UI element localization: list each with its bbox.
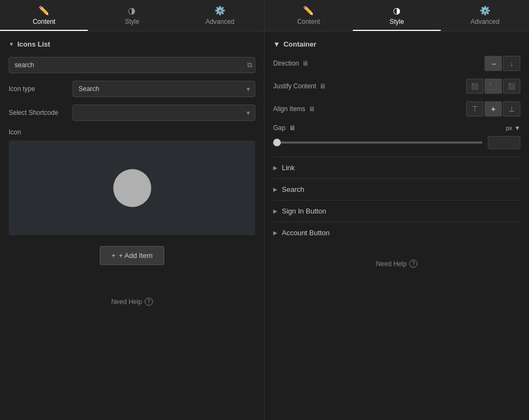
link-section: ▶ Link xyxy=(273,157,520,178)
gap-slider[interactable] xyxy=(273,141,482,144)
icon-type-select[interactable]: Search Arrow Star Heart xyxy=(73,81,255,97)
gap-value-input[interactable] xyxy=(488,136,520,149)
tab-advanced-left[interactable]: ⚙️ Advanced xyxy=(176,0,264,31)
link-label: Link xyxy=(282,164,295,172)
search-input-container: ⧉ xyxy=(9,57,255,73)
help-icon-right[interactable]: ? xyxy=(409,260,417,268)
account-button-section: ▶ Account Button xyxy=(273,222,520,243)
tab-style-left[interactable]: ◑ Style xyxy=(88,0,176,31)
need-help-right: Need Help ? xyxy=(273,260,520,268)
gap-row: Gap 🖥 px ▼ xyxy=(273,124,520,149)
icons-list-section: ▼ Icons List xyxy=(9,40,255,48)
justify-content-label: Justify Content xyxy=(273,82,316,90)
container-arrow: ▼ xyxy=(273,40,280,48)
direction-row: Direction 🖥 → ↓ xyxy=(273,56,520,71)
need-help-left: Need Help ? xyxy=(9,298,255,306)
justify-center-btn[interactable]: ⬛ xyxy=(485,79,502,94)
container-title: Container xyxy=(283,40,317,48)
sign-in-button-label: Sign In Button xyxy=(282,207,326,215)
advanced-icon-left: ⚙️ xyxy=(215,5,225,16)
add-item-label: + Add Item xyxy=(119,251,153,260)
gap-unit-arrow: ▼ xyxy=(514,125,520,131)
search-label: Search xyxy=(282,185,304,193)
icon-circle xyxy=(113,169,151,207)
sign-in-arrow-icon: ▶ xyxy=(273,208,278,214)
account-button-header[interactable]: ▶ Account Button xyxy=(273,229,520,237)
justify-monitor-icon: 🖥 xyxy=(319,82,326,90)
content-icon-left: ✏️ xyxy=(38,5,49,16)
direction-monitor-icon: 🖥 xyxy=(302,60,308,67)
right-panel: ✏️ Content ◑ Style ⚙️ Advanced ▼ Contain… xyxy=(264,0,529,420)
justify-content-row: Justify Content 🖥 ⬛ ⬛ ⬛ xyxy=(273,79,520,94)
advanced-icon-right: ⚙️ xyxy=(480,5,491,16)
tab-content-label-right: Content xyxy=(297,18,320,25)
icons-list-title: Icons List xyxy=(17,40,50,48)
add-item-button[interactable]: + + Add Item xyxy=(100,246,164,265)
tab-content-label-left: Content xyxy=(33,18,55,25)
gap-label-wrapper: Gap 🖥 xyxy=(273,124,295,132)
gap-monitor-icon: 🖥 xyxy=(289,124,295,132)
sign-in-button-section: ▶ Sign In Button xyxy=(273,200,520,222)
content-icon-right: ✏️ xyxy=(303,5,314,16)
style-icon-left: ◑ xyxy=(128,5,136,16)
container-section: ▼ Container Direction 🖥 → ↓ Justify Cont… xyxy=(273,40,520,149)
direction-row-btn[interactable]: → xyxy=(485,56,502,71)
copy-button[interactable]: ⧉ xyxy=(247,61,252,69)
search-header[interactable]: ▶ Search xyxy=(273,185,520,193)
align-btn-group: ⊤ + ⊥ xyxy=(466,101,520,117)
direction-label: Direction xyxy=(273,60,299,67)
container-section-header[interactable]: ▼ Container xyxy=(273,40,520,48)
justify-end-btn[interactable]: ⬛ xyxy=(503,79,520,94)
search-input[interactable] xyxy=(9,57,255,73)
direction-col-btn[interactable]: ↓ xyxy=(503,56,520,71)
align-start-btn[interactable]: ⊤ xyxy=(466,101,483,117)
icon-type-label: Icon type xyxy=(9,85,68,93)
icon-type-row: Icon type Search Arrow Star Heart ▼ xyxy=(9,81,255,97)
icon-label: Icon xyxy=(9,128,255,136)
justify-btn-group: ⬛ ⬛ ⬛ xyxy=(466,79,520,94)
tab-style-right[interactable]: ◑ Style xyxy=(353,0,441,31)
select-shortcode-select[interactable] xyxy=(73,105,255,121)
align-items-label-wrapper: Align Items 🖥 xyxy=(273,105,360,113)
search-arrow-icon: ▶ xyxy=(273,186,278,192)
gap-unit: px ▼ xyxy=(506,125,520,131)
align-end-btn[interactable]: ⊥ xyxy=(503,101,520,117)
tab-content-left[interactable]: ✏️ Content xyxy=(0,0,88,31)
gap-unit-label: px xyxy=(506,125,512,131)
direction-label-wrapper: Direction 🖥 xyxy=(273,60,360,67)
icon-preview xyxy=(9,140,255,235)
sign-in-button-header[interactable]: ▶ Sign In Button xyxy=(273,207,520,215)
style-icon-right: ◑ xyxy=(393,5,401,16)
icon-type-select-wrapper: Search Arrow Star Heart ▼ xyxy=(73,81,255,97)
help-icon-left[interactable]: ? xyxy=(145,298,153,306)
right-tabs: ✏️ Content ◑ Style ⚙️ Advanced xyxy=(264,0,529,31)
icons-list-arrow: ▼ xyxy=(9,41,14,47)
direction-btn-group: → ↓ xyxy=(485,56,520,71)
need-help-label-left: Need Help xyxy=(111,298,142,306)
link-arrow-icon: ▶ xyxy=(273,165,278,171)
tab-advanced-label-right: Advanced xyxy=(470,18,499,25)
justify-content-label-wrapper: Justify Content 🖥 xyxy=(273,82,360,90)
align-center-btn[interactable]: + xyxy=(485,101,502,117)
align-monitor-icon: 🖥 xyxy=(308,105,315,113)
add-item-plus: + xyxy=(111,251,115,260)
search-section: ▶ Search xyxy=(273,178,520,200)
left-tabs: ✏️ Content ◑ Style ⚙️ Advanced xyxy=(0,0,264,31)
account-button-label: Account Button xyxy=(282,229,330,237)
gap-row-header: Gap 🖥 px ▼ xyxy=(273,124,520,132)
link-header[interactable]: ▶ Link xyxy=(273,164,520,172)
left-panel-content: ▼ Icons List ⧉ Icon type Search Arrow St… xyxy=(0,31,264,420)
gap-slider-row xyxy=(273,136,520,149)
tab-style-label-right: Style xyxy=(390,18,404,25)
tab-content-right[interactable]: ✏️ Content xyxy=(264,0,353,31)
gap-label: Gap xyxy=(273,124,286,132)
right-panel-content: ▼ Container Direction 🖥 → ↓ Justify Cont… xyxy=(264,31,529,420)
account-button-arrow-icon: ▶ xyxy=(273,230,278,236)
left-panel: ✏️ Content ◑ Style ⚙️ Advanced ▼ Icons L… xyxy=(0,0,264,420)
tab-advanced-right[interactable]: ⚙️ Advanced xyxy=(441,0,529,31)
select-shortcode-wrapper: ▼ xyxy=(73,105,255,121)
justify-start-btn[interactable]: ⬛ xyxy=(466,79,483,94)
tab-advanced-label-left: Advanced xyxy=(205,18,234,25)
tab-style-label-left: Style xyxy=(125,18,139,25)
select-shortcode-row: Select Shortcode ▼ xyxy=(9,105,255,121)
